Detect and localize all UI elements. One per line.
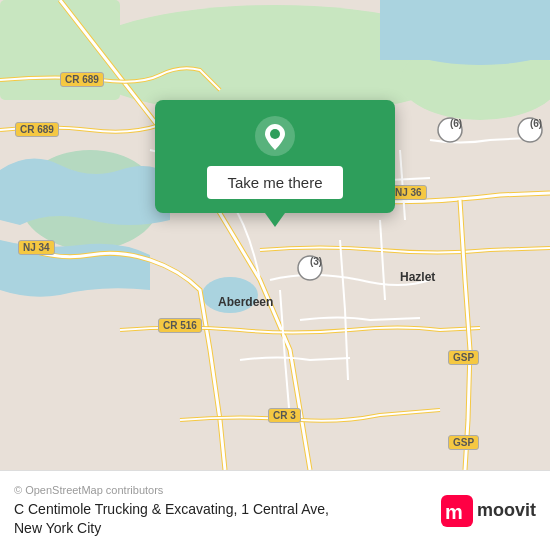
route6b-label: (6) <box>524 118 548 129</box>
info-text: © OpenStreetMap contributors C Centimole… <box>14 484 441 536</box>
moovit-logo: m moovit <box>441 495 536 527</box>
take-me-there-button[interactable]: Take me there <box>207 166 342 199</box>
gsp-label2: GSP <box>448 435 479 450</box>
svg-point-14 <box>270 129 280 139</box>
popup-card: Take me there <box>155 100 395 213</box>
copyright-text: © OpenStreetMap contributors <box>14 484 441 496</box>
cr516-label: CR 516 <box>158 318 202 333</box>
info-bar: © OpenStreetMap contributors C Centimole… <box>0 470 550 550</box>
route3-label: (3) <box>304 256 328 267</box>
route6a-label: (6) <box>444 118 468 129</box>
location-name: C Centimole Trucking & Excavating, 1 Cen… <box>14 500 441 536</box>
map-container: CR 689 CR 689 NJ 34 NJ 36 CR 516 CR 3 GS… <box>0 0 550 470</box>
svg-text:m: m <box>445 501 463 523</box>
location-pin-icon <box>255 116 295 156</box>
hazlet-label: Hazlet <box>400 270 435 284</box>
moovit-text: moovit <box>477 500 536 521</box>
gsp-label: GSP <box>448 350 479 365</box>
cr689-left-label: CR 689 <box>15 122 59 137</box>
svg-rect-6 <box>380 0 550 60</box>
cr689-top-label: CR 689 <box>60 72 104 87</box>
nj36-label: NJ 36 <box>390 185 427 200</box>
location-line1: C Centimole Trucking & Excavating, 1 Cen… <box>14 501 329 517</box>
aberdeen-label: Aberdeen <box>218 295 273 309</box>
cr3-label: CR 3 <box>268 408 301 423</box>
moovit-m-icon: m <box>441 495 473 527</box>
nj34-label: NJ 34 <box>18 240 55 255</box>
location-line2: New York City <box>14 520 101 536</box>
